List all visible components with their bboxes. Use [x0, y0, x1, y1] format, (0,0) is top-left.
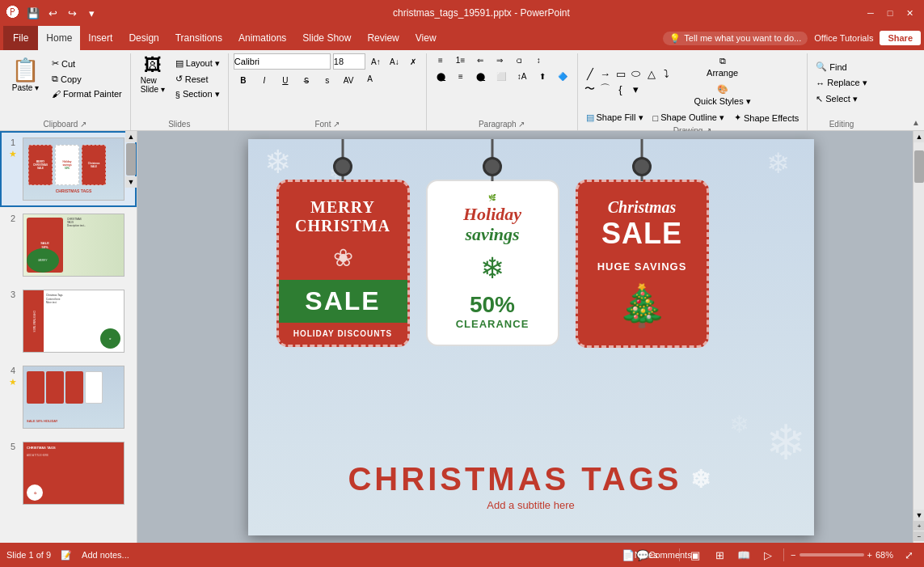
restore-button[interactable]: □ [882, 5, 898, 21]
fit-slide-button[interactable]: ⤢ [900, 546, 918, 564]
transitions-tab[interactable]: Transitions [167, 26, 230, 50]
font-family-input[interactable] [234, 53, 331, 70]
shape-curve-icon[interactable]: ⌒ [598, 82, 613, 96]
align-text-button[interactable]: ⬆ [534, 70, 551, 83]
find-button[interactable]: 🔍 Find [812, 60, 850, 74]
tell-me-input[interactable]: 💡 Tell me what you want to do... [663, 32, 808, 45]
layout-button[interactable]: ▤ Layout ▾ [172, 57, 223, 70]
decrease-indent-button[interactable]: ⇐ [471, 53, 489, 67]
tag-3[interactable]: Christmas SALE HUGE SAVINGS 🎄 [576, 180, 709, 348]
bullets-button[interactable]: ≡ [432, 53, 449, 67]
slides-scrollbar[interactable]: ▲ ▼ [125, 131, 137, 543]
reading-view-button[interactable]: 📖 [735, 546, 753, 564]
shape-outline-button[interactable]: □ Shape Outline ▾ [650, 111, 728, 125]
line-spacing-button[interactable]: ↕ [530, 53, 547, 67]
home-tab[interactable]: Home [38, 26, 80, 50]
paste-button[interactable]: 📋 Paste ▾ [5, 53, 46, 95]
file-menu[interactable]: File [3, 26, 38, 50]
scroll-down-button[interactable]: ▼ [125, 176, 137, 188]
smartart-button[interactable]: 🔷 [553, 70, 572, 83]
zoom-in-button[interactable]: + [867, 550, 872, 560]
shape-line-icon[interactable]: ╱ [583, 66, 597, 81]
font-size-input[interactable] [333, 53, 365, 70]
format-painter-button[interactable]: 🖌 Format Painter [49, 87, 125, 100]
scroll-thumb[interactable] [126, 143, 136, 176]
shape-brace-icon[interactable]: { [614, 82, 628, 96]
slide-thumbnail-2[interactable]: 2 SALE50% CHRISTMASTAGSDescription text.… [0, 207, 137, 283]
select-button[interactable]: ↖ Select ▾ [812, 92, 861, 106]
replace-button[interactable]: ↔ Replace ▾ [812, 76, 870, 90]
comments-button[interactable]: 💬 Comments [655, 546, 673, 564]
design-tab[interactable]: Design [120, 26, 167, 50]
redo-button[interactable]: ↪ [63, 4, 81, 22]
insert-tab[interactable]: Insert [80, 26, 120, 50]
zoom-level[interactable]: 68% [875, 550, 893, 560]
font-color-button[interactable]: A [360, 72, 379, 89]
shape-fill-button[interactable]: ▤ Shape Fill ▾ [583, 111, 647, 125]
slide-thumbnail-4[interactable]: 4 ★ SALE 50% HOLIDAY [0, 359, 137, 435]
save-button[interactable]: 💾 [24, 4, 42, 22]
new-slide-button[interactable]: 🖼 NewSlide ▾ [136, 53, 170, 97]
arrange-button[interactable]: ⧉ Arrange [690, 53, 756, 80]
slide-canvas[interactable]: ❄ ❄ ❄ ❄ ❄ MERRY [248, 139, 814, 535]
close-button[interactable]: ✕ [901, 5, 918, 21]
slide-thumbnail-5[interactable]: 5 CHRISTMAS TAGS ADD A TITLE HERE ✿ [0, 435, 137, 511]
clipboard-expand[interactable]: ↗ [80, 120, 86, 129]
reset-button[interactable]: ↺ Reset [172, 72, 223, 86]
shape-oval-icon[interactable]: ⬭ [629, 66, 643, 81]
canvas-scroll-up[interactable]: ▲ [913, 131, 924, 142]
shape-connector-icon[interactable]: ⤵ [660, 66, 674, 81]
minimize-button[interactable]: ─ [863, 5, 879, 21]
slide-show-button[interactable]: ▷ [759, 546, 777, 564]
shape-triangle-icon[interactable]: △ [644, 66, 659, 81]
align-right-button[interactable]: ⬤̲ [471, 70, 490, 83]
decrease-font-button[interactable]: A↓ [386, 56, 403, 68]
strikethrough-button[interactable]: S̶ [297, 74, 316, 87]
normal-view-button[interactable]: ▣ [686, 546, 704, 564]
section-button[interactable]: § Section ▾ [172, 87, 223, 101]
zoom-out-small[interactable]: − [913, 531, 924, 541]
increase-indent-button[interactable]: ⇒ [491, 53, 508, 67]
shape-rect-icon[interactable]: ▭ [614, 66, 628, 81]
quick-access-more[interactable]: ▾ [82, 4, 100, 22]
numbering-button[interactable]: 1≡ [451, 53, 470, 67]
align-left-button[interactable]: ⬤̲ [432, 70, 450, 83]
slide-show-tab[interactable]: Slide Show [294, 26, 359, 50]
quick-styles-button[interactable]: 🎨 Quick Styles ▾ [690, 82, 756, 109]
zoom-out-button[interactable]: − [791, 550, 795, 560]
animations-tab[interactable]: Animations [230, 26, 294, 50]
slide-sorter-button[interactable]: ⊞ [711, 546, 728, 564]
shadow-button[interactable]: s [318, 74, 337, 87]
italic-button[interactable]: I [255, 74, 274, 87]
copy-button[interactable]: ⧉ Copy [49, 72, 125, 86]
zoom-slider[interactable] [800, 553, 864, 556]
review-tab[interactable]: Review [359, 26, 407, 50]
slide-thumbnail-3[interactable]: 3 CHRISTMAS TAGS Christmas TagsContent h… [0, 283, 137, 359]
align-center-button[interactable]: ≡ [452, 70, 470, 83]
char-spacing-button[interactable]: AV [339, 74, 359, 87]
shape-more-icon[interactable]: ▾ [629, 82, 643, 96]
underline-button[interactable]: U [276, 74, 295, 87]
undo-button[interactable]: ↩ [44, 4, 61, 22]
bold-button[interactable]: B [234, 74, 253, 87]
shape-arrow-icon[interactable]: → [598, 66, 613, 81]
slide-thumbnail-1[interactable]: 1 ★ CHRISTMAS TAGS MERRYCHRISTMASSALE [0, 131, 137, 207]
zoom-in-small[interactable]: + [913, 521, 924, 531]
shape-freeform-icon[interactable]: 〜 [583, 82, 597, 96]
cut-button[interactable]: ✂ Cut [49, 57, 125, 70]
ribbon-collapse-button[interactable]: ▲ [908, 53, 924, 130]
justify-button[interactable]: ⬜ [492, 70, 511, 83]
shape-effects-button[interactable]: ✦ Shape Effects [731, 111, 802, 125]
share-button[interactable]: Share [880, 31, 921, 45]
increase-font-button[interactable]: A↑ [368, 56, 384, 68]
office-tutorials-link[interactable]: Office Tutorials [814, 33, 873, 43]
scroll-up-button[interactable]: ▲ [125, 131, 137, 142]
view-tab[interactable]: View [407, 26, 445, 50]
add-notes-btn[interactable]: Add notes... [82, 550, 129, 560]
columns-button[interactable]: ⫏ [510, 53, 528, 67]
tag-2[interactable]: 🌿 Holiday savings ❄ 50% CLEARANCE [426, 180, 559, 348]
text-direction-button[interactable]: ↕A [513, 70, 532, 83]
tag-1[interactable]: MERRY CHRISTMA ❀ SALE HOLIDAY DISCOUNTS [276, 180, 410, 348]
canvas-scroll-down[interactable]: ▼ [913, 510, 924, 521]
clear-format-button[interactable]: ✗ [405, 56, 421, 68]
